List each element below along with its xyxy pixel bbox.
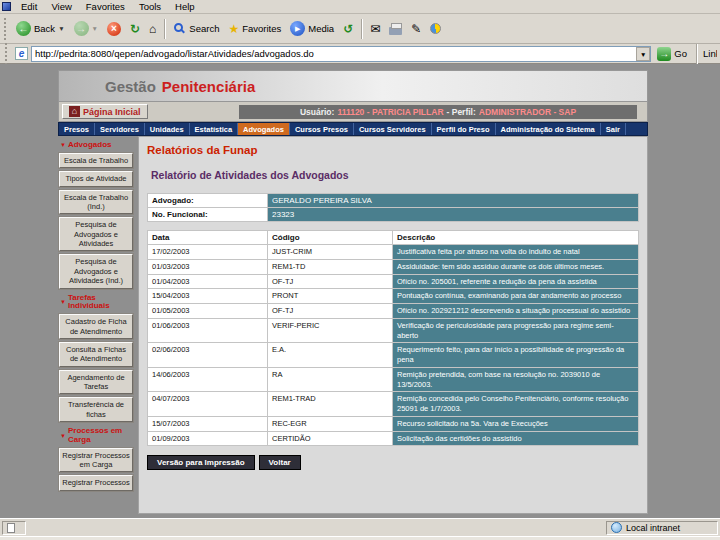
nav-tab[interactable]: Presos: [59, 123, 95, 135]
print-toolbar-button[interactable]: [385, 21, 406, 37]
cell-codigo: REM1-TD: [268, 259, 393, 274]
go-label: Go: [674, 48, 687, 59]
col-header-codigo: Código: [268, 231, 393, 245]
table-row: 01/05/2003 OF-TJ Ofício no. 202921212 de…: [148, 304, 639, 319]
sidebar-section: ▼ Tarefas Individuais Cadastro de Ficha …: [58, 294, 138, 423]
refresh-icon: ↻: [130, 22, 140, 36]
menu-item[interactable]: Edit: [14, 1, 44, 12]
cell-data: 02/06/2003: [148, 343, 268, 368]
field-row: Advogado: GERALDO PEREIRA SILVA: [148, 194, 639, 208]
edit-button[interactable]: ✎: [407, 20, 425, 38]
favorites-button[interactable]: ★ Favorites: [224, 20, 285, 38]
nav-tab[interactable]: Unidades: [145, 123, 190, 135]
sidebar-section-header[interactable]: ▼ Tarefas Individuais: [60, 294, 138, 312]
refresh-button[interactable]: ↻: [126, 20, 144, 38]
nav-tab[interactable]: Sair: [601, 123, 626, 135]
nav-tab[interactable]: Cursos Servidores: [354, 123, 432, 135]
menu-item[interactable]: Favorites: [79, 1, 132, 12]
menu-item[interactable]: Tools: [132, 1, 168, 12]
page-icon: e: [15, 47, 28, 60]
cell-codigo: REC-EGR: [268, 416, 393, 431]
nav-tab[interactable]: Administração do Sistema: [496, 123, 601, 135]
cell-data: 14/06/2003: [148, 367, 268, 392]
addressbar-separator: [696, 44, 697, 64]
browser-menubar: EditViewFavoritesToolsHelp: [0, 0, 720, 14]
address-input[interactable]: http://pedrita:8080/qepen/advogado/lista…: [31, 46, 651, 62]
sidebar: ▼ Advogados Escala de Trabalho Tipos de …: [58, 136, 138, 491]
field-label: Advogado:: [148, 194, 268, 208]
back-dropdown-icon[interactable]: ▼: [58, 25, 64, 32]
sidebar-item[interactable]: Agendamento de Tarefas: [59, 370, 133, 395]
cell-descricao: Justificativa feita por atraso na volta …: [393, 245, 639, 260]
home-link-icon: ⌂: [69, 106, 80, 117]
taskbar-edge: [0, 536, 720, 540]
cell-data: 01/06/2003: [148, 318, 268, 343]
sidebar-item[interactable]: Consulta a Fichas de Atendimento: [59, 342, 133, 367]
toolbar-grip[interactable]: [4, 18, 7, 40]
cell-codigo: OF-TJ: [268, 274, 393, 289]
cell-descricao: Ofício no. 205001, referente a redução d…: [393, 274, 639, 289]
report-fields-table: Advogado: GERALDO PEREIRA SILVA No. Func…: [147, 193, 639, 222]
col-header-data: Data: [148, 231, 268, 245]
sidebar-item[interactable]: Escala de Trabalho: [59, 153, 133, 168]
cell-descricao: Assiduidade: tem sido assíduo durante os…: [393, 259, 639, 274]
forward-button[interactable]: → ▼: [70, 19, 102, 38]
sidebar-item[interactable]: Registrar Processos: [59, 475, 133, 490]
table-row: 14/06/2003 RA Remição pretendida, com ba…: [148, 367, 639, 392]
sidebar-item[interactable]: Cadastro de Ficha de Atendimento: [59, 314, 133, 339]
field-value: 23323: [268, 208, 639, 222]
stop-button[interactable]: ×: [103, 20, 125, 38]
sidebar-item[interactable]: Pesquisa de Advogados e Atividades (Ind.…: [59, 254, 133, 288]
nav-tab[interactable]: Cursos Presos: [290, 123, 354, 135]
cell-descricao: Ofício no. 202921212 descrevendo a situa…: [393, 304, 639, 319]
menu-item[interactable]: View: [44, 1, 78, 12]
mail-button[interactable]: ✉: [366, 20, 384, 38]
sidebar-section-header[interactable]: ▼ Processos em Carga: [60, 427, 138, 445]
app-header-banner: Gestão Penitenciária: [58, 70, 648, 102]
voltar-button[interactable]: Voltar: [259, 455, 301, 470]
sidebar-item[interactable]: Registrar Processos em Carga: [59, 448, 133, 473]
sidebar-section-header[interactable]: ▼ Advogados: [60, 141, 138, 150]
nav-tab[interactable]: Perfil do Preso: [432, 123, 496, 135]
nav-tab[interactable]: Servidores: [95, 123, 145, 135]
messenger-button[interactable]: [426, 21, 445, 36]
cell-data: 01/05/2003: [148, 304, 268, 319]
table-row: 04/07/2003 REM1-TRAD Remição concedida p…: [148, 392, 639, 417]
app-subheader: ⌂ Página Inicial Usuário: 111120 - PATRI…: [58, 102, 648, 122]
user-info-bar: Usuário: 111120 - PATRICIA PILLAR - Perf…: [239, 105, 637, 119]
go-button[interactable]: → Go: [654, 47, 690, 61]
home-icon: ⌂: [149, 22, 156, 36]
print-version-button[interactable]: Versão para Impressão: [147, 455, 255, 470]
history-button[interactable]: ↺: [339, 20, 357, 38]
nav-tab[interactable]: Advogados: [238, 123, 290, 135]
media-button[interactable]: ▶ Media: [286, 19, 338, 38]
address-dropdown-icon[interactable]: ▼: [636, 47, 650, 61]
forward-icon: →: [74, 21, 89, 36]
home-button[interactable]: ⌂: [145, 20, 160, 38]
nav-tab[interactable]: Estatística: [190, 123, 239, 135]
links-label[interactable]: Links: [703, 48, 717, 59]
menu-bar-items: EditViewFavoritesToolsHelp: [14, 1, 202, 12]
favorites-label: Favorites: [242, 23, 281, 34]
search-button[interactable]: Search: [169, 21, 223, 37]
report-actions: Versão para Impressão Voltar: [147, 455, 639, 470]
home-link[interactable]: ⌂ Página Inicial: [62, 104, 148, 119]
sidebar-item[interactable]: Escala de Trabalho (Ind.): [59, 190, 133, 215]
web-page: Gestão Penitenciária ⌂ Página Inicial Us…: [58, 70, 648, 516]
browser-toolbar: ← Back ▼ → ▼ × ↻ ⌂ Search ★ Favorites ▶ …: [0, 14, 720, 44]
cell-descricao: Remição pretendida, com base na resoluçã…: [393, 367, 639, 392]
addressbar-grip[interactable]: [5, 43, 8, 65]
menu-item[interactable]: Help: [168, 1, 202, 12]
back-label: Back: [34, 23, 55, 34]
back-button[interactable]: ← Back ▼: [12, 19, 69, 38]
cell-descricao: Pontuação contínua, examinando para dar …: [393, 289, 639, 304]
table-row: 01/03/2003 REM1-TD Assiduidade: tem sido…: [148, 259, 639, 274]
sidebar-item[interactable]: Transferência de fichas: [59, 397, 133, 422]
cell-codigo: E.A.: [268, 343, 393, 368]
cell-descricao: Recurso solicitado na 5a. Vara de Execuç…: [393, 416, 639, 431]
sidebar-item[interactable]: Tipos de Atividade: [59, 171, 133, 186]
ie-logo-icon: e: [19, 49, 25, 59]
field-value: GERALDO PEREIRA SILVA: [268, 194, 639, 208]
sidebar-section: ▼ Advogados Escala de Trabalho Tipos de …: [58, 141, 138, 289]
sidebar-item[interactable]: Pesquisa de Advogados e Atividades: [59, 217, 133, 251]
